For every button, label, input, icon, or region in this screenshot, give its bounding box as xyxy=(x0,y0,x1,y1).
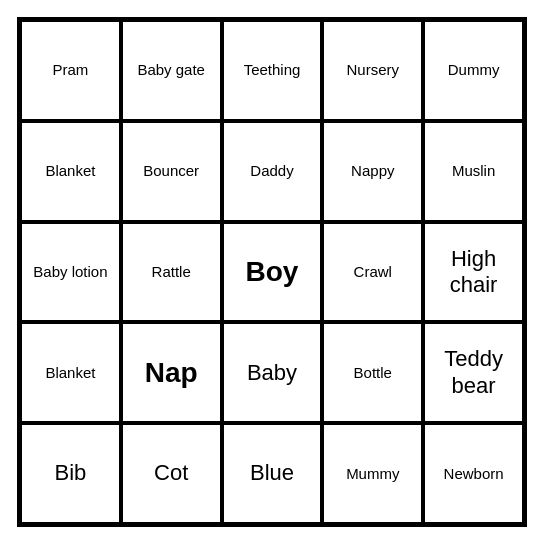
bingo-cell: Rattle xyxy=(121,222,222,323)
bingo-cell: Teddy bear xyxy=(423,322,524,423)
bingo-cell: Teething xyxy=(222,20,323,121)
bingo-cell: Blue xyxy=(222,423,323,524)
bingo-cell: High chair xyxy=(423,222,524,323)
bingo-cell: Daddy xyxy=(222,121,323,222)
bingo-cell: Boy xyxy=(222,222,323,323)
bingo-board: PramBaby gateTeethingNurseryDummyBlanket… xyxy=(17,17,527,527)
bingo-cell: Baby gate xyxy=(121,20,222,121)
bingo-cell: Mummy xyxy=(322,423,423,524)
bingo-cell: Bouncer xyxy=(121,121,222,222)
bingo-cell: Dummy xyxy=(423,20,524,121)
bingo-cell: Pram xyxy=(20,20,121,121)
bingo-cell: Nap xyxy=(121,322,222,423)
bingo-cell: Blanket xyxy=(20,322,121,423)
bingo-cell: Cot xyxy=(121,423,222,524)
bingo-cell: Baby xyxy=(222,322,323,423)
bingo-cell: Bottle xyxy=(322,322,423,423)
bingo-cell: Nursery xyxy=(322,20,423,121)
bingo-cell: Bib xyxy=(20,423,121,524)
bingo-cell: Baby lotion xyxy=(20,222,121,323)
bingo-cell: Crawl xyxy=(322,222,423,323)
bingo-cell: Muslin xyxy=(423,121,524,222)
bingo-cell: Newborn xyxy=(423,423,524,524)
bingo-cell: Blanket xyxy=(20,121,121,222)
bingo-cell: Nappy xyxy=(322,121,423,222)
